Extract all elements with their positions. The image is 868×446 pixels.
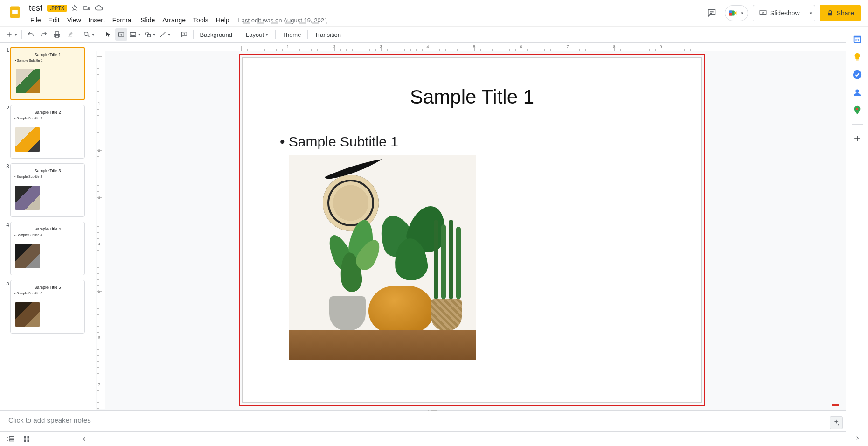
thumb-image-icon xyxy=(15,186,40,210)
thumb-image-icon xyxy=(16,69,40,93)
chevron-down-icon: ▼ xyxy=(138,33,141,37)
menu-format[interactable]: Format xyxy=(109,14,136,26)
hide-sidepanel-button[interactable] xyxy=(854,435,861,441)
slide-thumb-row: 3 Sample Title 3 • Sample Subtitle 3 xyxy=(1,163,95,217)
slideshow-button[interactable]: Slideshow xyxy=(753,5,806,21)
canvas-area[interactable]: 123456789 1234567 Sample Title 1 Sample … xyxy=(96,43,868,410)
thumb-subtitle: • Sample Subtitle 3 xyxy=(14,175,83,178)
move-icon[interactable] xyxy=(82,3,91,13)
ruler-tick-label: 4 xyxy=(98,242,100,246)
slide-thumbnail-3[interactable]: Sample Title 3 • Sample Subtitle 3 xyxy=(10,163,85,217)
last-edit-link[interactable]: Last edit was on August 19, 2021 xyxy=(238,17,328,24)
slide-number: 1 xyxy=(1,47,10,53)
thumb-title: Sample Title 3 xyxy=(13,168,83,173)
slide-thumbnail-4[interactable]: Sample Title 4 • Sample Subtitle 4 xyxy=(10,222,85,275)
contacts-app-icon[interactable] xyxy=(852,87,863,98)
collapse-filmstrip-button[interactable] xyxy=(77,433,91,445)
vertical-ruler[interactable]: 1234567 xyxy=(97,51,105,409)
textbox-tool[interactable] xyxy=(115,28,127,41)
separator xyxy=(99,30,99,39)
slide-thumbnail-5[interactable]: Sample Title 5 • Sample Subtitle 5 xyxy=(10,280,85,334)
background-button[interactable]: Background xyxy=(196,28,236,41)
svg-point-10 xyxy=(131,34,132,35)
ruler-tick-label: 1 xyxy=(98,101,100,106)
share-button[interactable]: Share xyxy=(820,5,861,21)
image-tool[interactable]: ▼ xyxy=(128,28,142,41)
maps-app-icon[interactable] xyxy=(852,105,863,116)
menu-slide[interactable]: Slide xyxy=(137,14,158,26)
new-slide-button[interactable]: ▼ xyxy=(5,28,19,41)
menu-help[interactable]: Help xyxy=(213,14,233,26)
filmstrip-view-button[interactable] xyxy=(4,433,18,445)
transition-button[interactable]: Transition xyxy=(311,28,345,41)
separator xyxy=(239,30,239,39)
slides-logo-icon[interactable] xyxy=(6,3,24,21)
meet-button[interactable]: ▼ xyxy=(725,5,748,21)
slide-selection-border[interactable]: Sample Title 1 Sample Subtitle 1 xyxy=(239,54,705,406)
tasks-app-icon[interactable] xyxy=(852,69,863,80)
svg-rect-16 xyxy=(9,436,14,438)
slide-thumbnail-1[interactable]: Sample Title 1 • Sample Subtitle 1 xyxy=(10,47,85,100)
comments-icon[interactable] xyxy=(703,5,720,21)
svg-rect-25 xyxy=(856,60,859,61)
slide-image[interactable] xyxy=(289,155,476,360)
lock-icon xyxy=(826,9,834,17)
paint-format-button[interactable] xyxy=(64,28,76,41)
line-tool[interactable]: ▼ xyxy=(158,28,172,41)
grid-view-button[interactable] xyxy=(20,433,34,445)
menu-edit[interactable]: Edit xyxy=(45,14,63,26)
slide-title-text[interactable]: Sample Title 1 xyxy=(271,86,674,108)
menu-view[interactable]: View xyxy=(64,14,84,26)
comment-tool[interactable] xyxy=(178,28,190,41)
chevron-down-icon: ▼ xyxy=(14,33,18,37)
menu-arrange[interactable]: Arrange xyxy=(159,14,189,26)
ruler-tick-label: 6 xyxy=(520,44,522,49)
menu-insert[interactable]: Insert xyxy=(85,14,108,26)
table-surface-icon xyxy=(289,330,476,360)
slideshow-dropdown[interactable]: ▼ xyxy=(806,5,815,21)
print-button[interactable] xyxy=(51,28,63,41)
separator xyxy=(175,30,175,39)
chevron-down-icon: ▼ xyxy=(265,33,269,37)
shape-tool[interactable]: ▼ xyxy=(143,28,157,41)
menu-file[interactable]: File xyxy=(27,14,44,26)
svg-rect-17 xyxy=(9,439,14,441)
select-tool[interactable] xyxy=(102,28,114,41)
add-addon-button[interactable] xyxy=(852,133,863,144)
layout-button[interactable]: Layout▼ xyxy=(242,28,272,41)
zoom-button[interactable]: ▼ xyxy=(82,28,96,41)
svg-point-27 xyxy=(855,90,859,93)
svg-point-11 xyxy=(145,32,148,35)
chevron-down-icon: ▼ xyxy=(809,11,812,15)
undo-button[interactable] xyxy=(25,28,37,41)
keep-app-icon[interactable] xyxy=(852,51,863,63)
menu-tools[interactable]: Tools xyxy=(190,14,212,26)
theme-button[interactable]: Theme xyxy=(278,28,305,41)
chevron-down-icon: ▼ xyxy=(153,33,156,37)
slide-canvas[interactable]: Sample Title 1 Sample Subtitle 1 xyxy=(242,57,702,403)
ruler-tick-label: 4 xyxy=(426,44,429,49)
pot-icon xyxy=(329,296,366,331)
chevron-down-icon: ▼ xyxy=(740,11,744,15)
ruler-corner xyxy=(96,43,106,51)
svg-rect-1 xyxy=(12,10,18,14)
slide-thumbnail-2[interactable]: Sample Title 2 • Sample Subtitle 2 xyxy=(10,105,85,159)
notes-resize-handle[interactable] xyxy=(0,409,868,412)
doc-name[interactable]: test xyxy=(27,3,44,14)
explore-button[interactable] xyxy=(830,416,843,429)
ruler-tick-label: 5 xyxy=(98,289,100,293)
filmstrip[interactable]: 1 Sample Title 1 • Sample Subtitle 1 2 S… xyxy=(0,43,96,410)
thumb-subtitle: • Sample Subtitle 2 xyxy=(14,117,83,120)
ruler-tick-label: 3 xyxy=(380,44,382,49)
slide-subtitle-text[interactable]: Sample Subtitle 1 xyxy=(280,134,674,150)
speaker-notes[interactable]: Click to add speaker notes xyxy=(0,410,868,431)
star-icon[interactable] xyxy=(70,3,79,13)
redo-button[interactable] xyxy=(38,28,50,41)
horizontal-ruler[interactable]: 123456789 xyxy=(106,43,863,51)
separator xyxy=(21,30,22,39)
slide-thumb-row: 5 Sample Title 5 • Sample Subtitle 5 xyxy=(1,280,95,334)
slide-number: 5 xyxy=(1,280,10,286)
notes-placeholder: Click to add speaker notes xyxy=(8,416,91,424)
calendar-app-icon[interactable]: 31 xyxy=(852,34,863,45)
cloud-status-icon[interactable] xyxy=(94,3,104,13)
